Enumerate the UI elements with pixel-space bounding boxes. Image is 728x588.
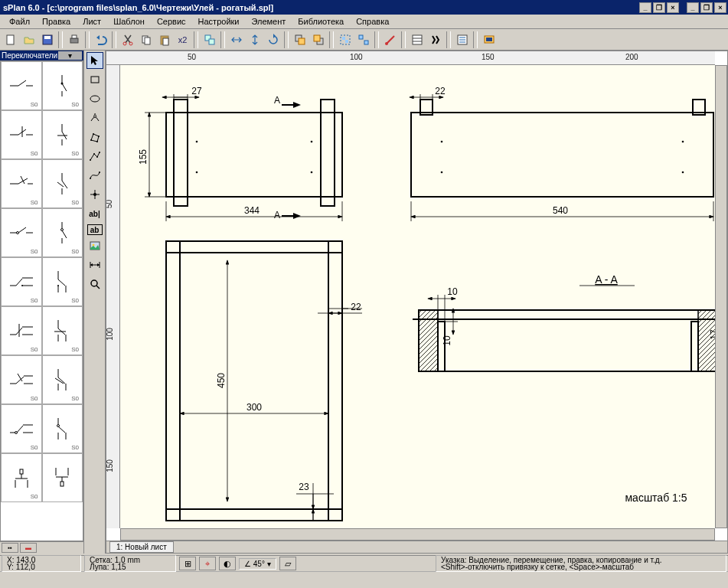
lib-item[interactable]: S0 bbox=[42, 159, 83, 208]
text-arc-icon[interactable]: A bbox=[87, 109, 103, 126]
dim-10b: 10 bbox=[442, 335, 452, 346]
lib-item[interactable]: S0 bbox=[1, 404, 42, 453]
group-icon[interactable] bbox=[336, 31, 354, 48]
x2-button[interactable]: x2 bbox=[174, 31, 191, 48]
paste-icon[interactable] bbox=[155, 31, 173, 48]
svg-point-117 bbox=[93, 133, 94, 135]
menu-element[interactable]: Элемент bbox=[245, 15, 292, 28]
duplicate-icon[interactable] bbox=[201, 31, 218, 48]
lib-item[interactable]: S0 bbox=[1, 208, 42, 257]
lib-item[interactable]: S0 bbox=[1, 355, 42, 404]
pointer-tool-icon[interactable] bbox=[87, 52, 103, 69]
cut-icon[interactable] bbox=[119, 31, 136, 48]
menu-help[interactable]: Справка bbox=[350, 15, 395, 28]
lib-item[interactable]: S0 bbox=[42, 257, 83, 306]
lib-item[interactable]: S0 bbox=[1, 159, 42, 208]
screen-icon[interactable] bbox=[480, 31, 498, 48]
bezier-tool-icon[interactable] bbox=[87, 167, 103, 184]
arrow-A2: А bbox=[274, 210, 280, 220]
close-inner-button[interactable]: × bbox=[667, 2, 679, 13]
lib-item[interactable]: S0 bbox=[42, 208, 83, 257]
library-cells: S0 S0 S0 S0 S0 S0 S0 S0 S0 S0 S0 S0 S0 S… bbox=[0, 60, 83, 541]
scale-label: масштаб 1:5 bbox=[625, 492, 687, 504]
dim-450: 450 bbox=[216, 373, 227, 388]
lib-item[interactable]: S0 bbox=[1, 61, 42, 110]
svg-point-22 bbox=[385, 42, 388, 45]
svg-rect-8 bbox=[145, 38, 150, 44]
undo-icon[interactable] bbox=[92, 31, 109, 48]
minimize-button[interactable]: _ bbox=[687, 2, 699, 13]
lib-item[interactable] bbox=[42, 453, 83, 502]
rubber-icon[interactable]: ▱ bbox=[279, 557, 296, 570]
svg-line-57 bbox=[18, 227, 26, 233]
print-icon[interactable] bbox=[65, 31, 83, 48]
horizontal-scrollbar[interactable] bbox=[120, 528, 715, 541]
image-tool-icon[interactable] bbox=[87, 237, 103, 254]
save-icon[interactable] bbox=[38, 31, 56, 48]
back-icon[interactable] bbox=[309, 31, 327, 48]
contrast-icon[interactable]: ◐ bbox=[219, 557, 236, 570]
mirror-v-icon[interactable] bbox=[246, 31, 263, 48]
library-dropdown-icon[interactable]: ▾ bbox=[58, 51, 82, 60]
sheet-tabbar: 1: Новый лист bbox=[106, 541, 727, 553]
close-button[interactable]: × bbox=[714, 2, 726, 13]
library-bottom-bar: ▪▪ ▬ bbox=[0, 541, 83, 554]
lib-item[interactable]: S0 bbox=[42, 355, 83, 404]
ungroup-icon[interactable] bbox=[354, 31, 372, 48]
canvas[interactable]: 27 155 344 А А bbox=[120, 65, 715, 528]
dim-22b: 22 bbox=[351, 302, 361, 312]
vertical-scrollbar[interactable] bbox=[715, 65, 727, 528]
lib-item[interactable]: S0 bbox=[42, 306, 83, 355]
dimension-tool-icon[interactable] bbox=[87, 256, 103, 273]
sheet-tab[interactable]: 1: Новый лист bbox=[109, 541, 174, 553]
svg-point-161 bbox=[682, 172, 684, 174]
new-icon[interactable] bbox=[2, 31, 19, 48]
angle-icon[interactable]: ∠ 45° ▾ bbox=[239, 558, 276, 570]
copy-icon[interactable] bbox=[137, 31, 155, 48]
svg-rect-18 bbox=[342, 37, 345, 40]
lib-item[interactable]: S0 bbox=[1, 306, 42, 355]
dim-155: 155 bbox=[138, 149, 149, 165]
menu-file[interactable]: Файл bbox=[3, 15, 36, 28]
menu-edit[interactable]: Правка bbox=[36, 15, 77, 28]
rotate-icon[interactable] bbox=[264, 31, 282, 48]
mirror-h-icon[interactable] bbox=[227, 31, 245, 48]
menu-sheet[interactable]: Лист bbox=[77, 15, 107, 28]
menu-settings[interactable]: Настройки bbox=[192, 15, 246, 28]
zoom-tool-icon[interactable] bbox=[87, 276, 103, 292]
svg-point-158 bbox=[441, 141, 443, 143]
polygon-tool-icon[interactable] bbox=[87, 129, 103, 145]
snap-toggle-icon[interactable]: ⌖ bbox=[199, 557, 216, 570]
line-tool-icon[interactable] bbox=[87, 148, 103, 165]
lib-item[interactable]: S0 bbox=[42, 61, 83, 110]
lib-item[interactable]: S0 bbox=[42, 404, 83, 453]
menu-library[interactable]: Библиотека bbox=[292, 15, 350, 28]
lib-item[interactable]: S0 bbox=[1, 453, 42, 502]
rect-tool-icon[interactable] bbox=[87, 71, 103, 88]
grid-toggle-icon[interactable]: ⊞ bbox=[179, 557, 196, 570]
form-icon[interactable] bbox=[408, 31, 426, 48]
label-tool-icon[interactable]: ab bbox=[87, 224, 103, 235]
lib-item[interactable]: S0 bbox=[1, 110, 42, 159]
find-icon[interactable] bbox=[426, 31, 444, 48]
minimize-inner-button[interactable]: _ bbox=[639, 2, 651, 13]
snap-icon[interactable] bbox=[381, 31, 399, 48]
lib-item[interactable]: S0 bbox=[1, 257, 42, 306]
menu-template[interactable]: Шаблон bbox=[107, 15, 151, 28]
open-icon[interactable] bbox=[20, 31, 38, 48]
text-tool-icon[interactable]: ab| bbox=[87, 205, 103, 222]
library-title: Переключатели▾ bbox=[0, 51, 83, 60]
lib-item[interactable]: S0 bbox=[42, 110, 83, 159]
menubar: Файл Правка Лист Шаблон Сервис Настройки… bbox=[0, 15, 728, 29]
maximize-button[interactable]: ❐ bbox=[700, 2, 713, 13]
list-icon[interactable] bbox=[453, 31, 471, 48]
lib-btn-a[interactable]: ▪▪ bbox=[2, 543, 18, 553]
ellipse-tool-icon[interactable] bbox=[87, 90, 103, 107]
menu-service[interactable]: Сервис bbox=[151, 15, 192, 28]
maximize-inner-button[interactable]: ❐ bbox=[653, 2, 665, 13]
window-title: sPlan 6.0 - [c:\program files\splan_6.0\… bbox=[2, 3, 638, 12]
svg-point-5 bbox=[123, 42, 126, 45]
front-icon[interactable] bbox=[291, 31, 309, 48]
lib-btn-b[interactable]: ▬ bbox=[20, 543, 37, 553]
node-tool-icon[interactable] bbox=[87, 186, 103, 203]
